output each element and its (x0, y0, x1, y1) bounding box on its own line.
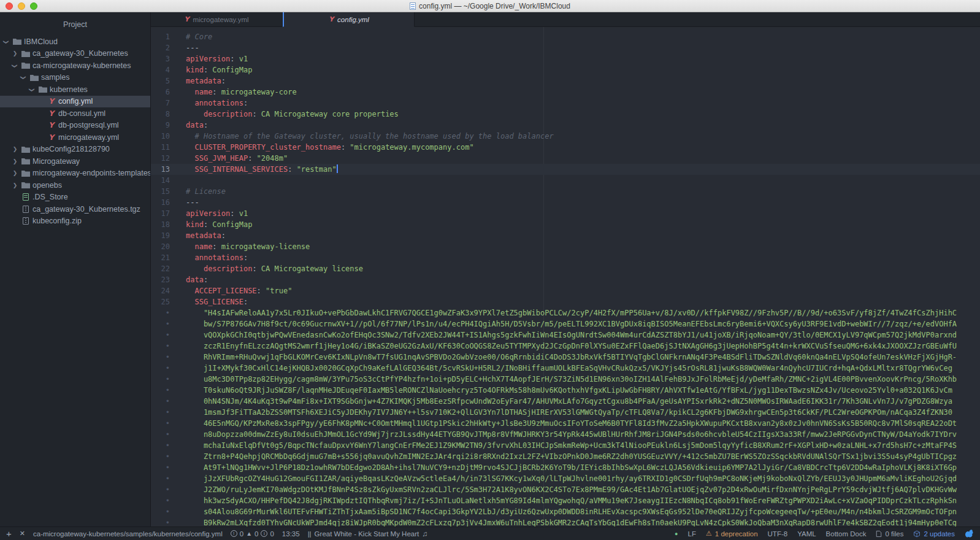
git-status[interactable]: 0 files (876, 530, 903, 538)
package-updates[interactable]: 2 updates (913, 530, 955, 538)
code-line[interactable]: 6 name: microgateway-core (151, 87, 980, 98)
zoom-window-button[interactable] (30, 2, 37, 10)
text-editor[interactable]: 1# Core2---3apiVersion: v14kind: ConfigM… (151, 27, 980, 526)
code-line[interactable]: • bw/S7P876GAv7H8f9ct/0c69GucrnwXV+1//pO… (151, 318, 980, 330)
chevron-down-icon[interactable]: ❯ (12, 63, 18, 69)
tree-item-db-postgresql-yml[interactable]: Ydb-postgresql.yml (0, 120, 150, 132)
code-line[interactable]: • jJzXFUbRgcOZY4HuG12GmouFGI1ZAR/aqiyeBq… (151, 473, 980, 484)
code-line[interactable]: • J2ZWO/ruLyJemKI70aWdgzDOtKMJfBNnP4Sz8s… (151, 484, 980, 495)
code-line[interactable]: 18kind: ConfigMap (151, 219, 980, 230)
tree-item-ca-gateway-30-kubernetes-tgz[interactable]: ca_gateway-30_Kubernetes.tgz (0, 203, 150, 215)
yaml-glyph: Y (48, 121, 54, 129)
tab-config-yml[interactable]: Yconfig.yml (283, 12, 415, 27)
tree-item-db-consul-yml[interactable]: Ydb-consul.yml (0, 107, 150, 120)
bottom-dock-toggle[interactable]: Bottom Dock (826, 530, 867, 538)
code-line[interactable]: 4kind: ConfigMap (151, 64, 980, 75)
encoding-selector[interactable]: UTF-8 (768, 530, 788, 538)
tree-item-ca-gateway-30-kubernetes[interactable]: ❯ca_gateway-30_Kubernetes (0, 48, 150, 60)
code-line[interactable]: • At9T+lNQg1HWvv+JlP6P18Dz1owhRW7bDEdgwo… (151, 462, 980, 473)
code-line[interactable]: 3apiVersion: v1 (151, 53, 980, 64)
code-line[interactable]: 19metadata: (151, 230, 980, 241)
chevron-right-icon[interactable]: ❯ (12, 50, 18, 56)
string-token: RhVRImm+RHuQvwj1qFbGLKOMrCev6KIxNLpVn8wT… (186, 353, 957, 361)
code-line[interactable]: 25 SSG_LICENSE: (151, 296, 980, 307)
diagnostics-summary[interactable]: ! 0 ▲ 0 i 0 (231, 530, 274, 538)
line-content: hk3wzSdyACXO/HHPefDQ42J8dgjRKIWpdztIQThb… (186, 495, 957, 506)
code-line[interactable]: • vQOXpkGChI0qtbjwPQwVEnedasnCwKo2ofEHqO… (151, 330, 980, 341)
chevron-right-icon[interactable]: ❯ (12, 170, 18, 176)
tab-microgateway-yml[interactable]: Ymicrogateway.yml (151, 12, 283, 26)
chevron-down-icon[interactable]: ❯ (3, 39, 9, 45)
add-button[interactable]: + (6, 528, 12, 539)
code-line[interactable]: 15# License (151, 186, 980, 197)
code-line[interactable]: 10 # Hostname of the Gateway cluster, us… (151, 131, 980, 142)
code-line[interactable]: • "H4sIAFwReloAA1y7x5Lr0JIkuO+vePbGbDawL… (151, 307, 980, 318)
status-ok-icon: ● (675, 531, 678, 537)
code-line[interactable]: • zczR1EnyfnELzczAQgtMS2wmrf1jHey1o4G/iB… (151, 341, 980, 352)
line-content: 0hN4SNJm/4K4uKq3t9wP4mFi8x+IXT9SGbGnjw+4… (186, 396, 952, 407)
squirrel-plugin-button[interactable] (965, 530, 974, 538)
chevron-right-icon[interactable]: ❯ (12, 182, 18, 188)
code-line[interactable]: 23data: (151, 274, 980, 285)
string-token: "H4sIAFwReloAA1y7x5Lr0JIkuO+vePbGbDawLkh… (186, 309, 957, 317)
file-path[interactable]: ca-microgateway-kubernetes/samples/kuber… (33, 530, 223, 538)
close-dock-icon[interactable]: ✕ (20, 530, 25, 538)
line-number: 22 (151, 263, 178, 274)
code-line[interactable]: • u8Mc3D0TPp8zp82EHygg/cagm8mW/3YPu75oS3… (151, 374, 980, 385)
tree-item-microgateway-endpoints-templates[interactable]: ❯microgateway-endpoints-templates (0, 168, 150, 180)
line-ending-selector[interactable]: LF (688, 530, 696, 538)
minimize-window-button[interactable] (18, 2, 25, 10)
chevron-down-icon[interactable]: ❯ (20, 75, 26, 80)
tree-item-ibmcloud[interactable]: ❯IBMCloud (0, 36, 150, 48)
code-line[interactable]: • T0skuN6oQt9JRjJuSWZ8F/laqnMHeJDEuqeF0I… (151, 385, 980, 396)
chevron-down-icon[interactable]: ❯ (29, 87, 35, 93)
code-line[interactable]: 2--- (151, 42, 980, 53)
folder-icon (38, 86, 47, 93)
code-line[interactable]: 12 SSG_JVM_HEAP: "2048m" (151, 153, 980, 164)
code-line[interactable]: 5metadata: (151, 75, 980, 87)
code-line[interactable]: • 0hN4SNJm/4K4uKq3t9wP4mFi8x+IXT9SGbGnjw… (151, 396, 980, 407)
code-line[interactable]: 11 CLUSTER_PROPERTY_cluster_hostname: "m… (151, 142, 980, 153)
code-line[interactable]: • B9kRw2mLXqfzd0TYhvGNcUkWPJmd4qjz8iWJpR… (151, 517, 980, 526)
code-line[interactable]: 8 description: CA Microgateway core prop… (151, 109, 980, 120)
code-line[interactable]: 14 (151, 175, 980, 186)
tree-item-kubernetes[interactable]: ❯kubernetes (0, 83, 150, 96)
code-line[interactable]: 21 annotations: (151, 252, 980, 263)
code-line[interactable]: • s04Alou8G69rMurWkl6UTEFvFHWTiZThTjxAam… (151, 506, 980, 517)
code-line[interactable]: 16--- (151, 197, 980, 208)
code-line[interactable]: 13 SSG_INTERNAL_SERVICES: "restman" (151, 164, 980, 175)
tree-item-openebs[interactable]: ❯openebs (0, 179, 150, 191)
code-line[interactable]: 9data: (151, 120, 980, 131)
code-line[interactable]: • j1I+XMykf30CxHlC14ejKHQBJx0020GCqXpCh9… (151, 363, 980, 374)
now-playing[interactable]: || Great White - Kick Start My Heart ♫ (308, 530, 428, 538)
tree-item-config-yml[interactable]: Yconfig.yml (0, 96, 150, 108)
deprecation-status[interactable]: ⚠ 1 deprecation (706, 530, 758, 538)
code-line[interactable]: 1# Core (151, 31, 980, 42)
tree-item-microgateway[interactable]: ❯Microgateway (0, 155, 150, 168)
code-line[interactable]: 20 name: microgateway-license (151, 241, 980, 252)
code-line[interactable]: 22 description: CA Microgateway license (151, 263, 980, 274)
tree-item-microgateway-yml[interactable]: Ymicrogateway.yml (0, 131, 150, 144)
code-line[interactable]: • n8uDopzza00dmwZzEy8uI0dsuEhJMmOL1GcYd9… (151, 429, 980, 440)
code-line[interactable]: • RhVRImm+RHuQvwj1qFbGLKOMrCev6KIxNLpVn8… (151, 352, 980, 363)
tree-item-label: microgateway.yml (58, 133, 119, 142)
line-number: 15 (151, 186, 178, 197)
code-line[interactable]: 24 ACCEPT_LICENSE: "true" (151, 285, 980, 296)
key-token: SSG_LICENSE (194, 298, 243, 306)
code-line[interactable]: • 46E5nMGQ/KPzMxRe8x3spFPgy/yE6FhK8pMNc+… (151, 418, 980, 429)
code-line[interactable]: • mchaIuNxElqDfVt0g5/BqpcTNcfauDpxvY6WnY… (151, 440, 980, 451)
code-line[interactable]: • Ztrn8+P4QehpjQRCMbDq6GdjmuG7mB+s556jq0… (151, 451, 980, 462)
chevron-right-icon[interactable]: ❯ (12, 146, 18, 152)
code-line[interactable]: • 1msmJf3FiTTaA2bZSS0MTSFh6XEJiC5yJDEKhy… (151, 407, 980, 418)
tree-item-kubeconfig218128790[interactable]: ❯kubeConfig218128790 (0, 144, 150, 156)
chevron-right-icon[interactable]: ❯ (12, 158, 18, 164)
code-line[interactable]: 7 annotations: (151, 98, 980, 109)
code-line[interactable]: • hk3wzSdyACXO/HHPefDQ42J8dgjRKIWpdztIQT… (151, 495, 980, 506)
tree-item-kubeconfig-zip[interactable]: kubeconfig.zip (0, 215, 150, 228)
tree-item-ca-microgateway-kubernetes[interactable]: ❯ca-microgateway-kubernetes (0, 60, 150, 72)
close-window-button[interactable] (6, 2, 13, 10)
tree-item-samples[interactable]: ❯samples (0, 72, 150, 84)
grammar-selector[interactable]: YAML (797, 530, 816, 538)
code-line[interactable]: 17apiVersion: v1 (151, 208, 980, 219)
tree-item--ds-store[interactable]: .DS_Store (0, 191, 150, 204)
